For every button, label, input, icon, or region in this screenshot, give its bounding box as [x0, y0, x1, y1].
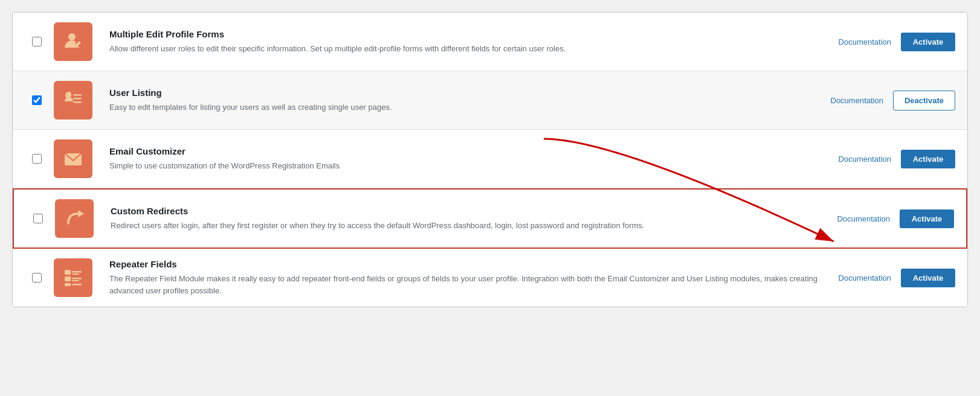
plugin-icon-user-listing	[54, 81, 92, 120]
svg-rect-7	[73, 101, 82, 103]
svg-rect-15	[72, 280, 79, 281]
svg-rect-5	[73, 94, 82, 96]
plugin-desc-custom-redirects: Redirect users after login, after they f…	[111, 220, 825, 232]
activate-button-repeater-fields[interactable]: Activate	[901, 269, 955, 287]
plugin-name-custom-redirects: Custom Redirects	[111, 206, 825, 216]
plugin-name-email-customizer: Email Customizer	[109, 146, 827, 156]
plugin-desc-user-listing: Easy to edit templates for listing your …	[109, 101, 819, 113]
info-col-2: User Listing Easy to edit templates for …	[97, 88, 831, 113]
svg-rect-14	[72, 278, 82, 279]
plugin-name-user-listing: User Listing	[109, 88, 819, 98]
doc-link-repeater-fields[interactable]: Documentation	[839, 273, 891, 283]
doc-link-email-customizer[interactable]: Documentation	[839, 155, 891, 164]
svg-rect-16	[65, 283, 71, 286]
doc-link-custom-redirects[interactable]: Documentation	[837, 214, 890, 223]
checkbox-user-listing[interactable]	[32, 95, 42, 105]
doc-link-multiple-edit[interactable]: Documentation	[839, 37, 891, 46]
icon-col-2	[49, 81, 97, 120]
plugin-desc-repeater-fields: The Repeater Field Module makes it reall…	[109, 273, 827, 296]
info-col-5: Repeater Fields The Repeater Field Modul…	[97, 259, 839, 296]
activate-button-multiple-edit[interactable]: Activate	[901, 33, 955, 51]
svg-rect-12	[72, 273, 79, 275]
svg-point-1	[68, 33, 76, 40]
plugin-name-multiple-edit: Multiple Edit Profile Forms	[109, 29, 827, 39]
activate-button-email-customizer[interactable]: Activate	[901, 150, 955, 168]
svg-rect-6	[73, 98, 82, 100]
checkbox-repeater-fields[interactable]	[32, 273, 42, 283]
checkbox-email-customizer[interactable]	[32, 154, 42, 164]
user-edit-icon	[62, 31, 84, 53]
deactivate-button-user-listing[interactable]: Deactivate	[893, 91, 955, 110]
actions-col-3: Documentation Activate	[839, 150, 955, 168]
actions-col-1: Documentation Activate	[839, 33, 955, 51]
plugin-icon-custom-redirects	[55, 199, 94, 238]
icon-col-5	[49, 258, 97, 297]
checkbox-custom-redirects[interactable]	[33, 214, 43, 223]
icon-col-4	[50, 199, 98, 238]
plugin-desc-multiple-edit: Allow different user roles to edit their…	[109, 43, 827, 55]
plugin-desc-email-customizer: Simple to use customization of the WordP…	[109, 160, 827, 172]
actions-col-2: Documentation Deactivate	[831, 91, 956, 110]
user-list-icon	[62, 89, 84, 111]
repeater-icon	[62, 267, 84, 289]
icon-col-1	[49, 22, 97, 61]
info-col-3: Email Customizer Simple to use customiza…	[97, 146, 839, 172]
icon-col-3	[49, 139, 97, 178]
checkbox-col-1	[25, 37, 49, 46]
info-col-1: Multiple Edit Profile Forms Allow differ…	[97, 29, 839, 55]
checkbox-col-3	[25, 154, 49, 164]
doc-link-user-listing[interactable]: Documentation	[831, 96, 883, 105]
envelope-icon	[62, 148, 84, 170]
checkbox-multiple-edit[interactable]	[32, 37, 42, 46]
checkbox-col-4	[26, 214, 50, 223]
plugin-row-custom-redirects: Custom Redirects Redirect users after lo…	[13, 188, 967, 249]
svg-rect-13	[65, 276, 71, 281]
plugin-name-repeater-fields: Repeater Fields	[109, 259, 827, 269]
svg-rect-17	[72, 284, 82, 286]
svg-point-4	[66, 92, 71, 97]
plugin-row-multiple-edit: Multiple Edit Profile Forms Allow differ…	[13, 13, 967, 71]
plugin-list: Multiple Edit Profile Forms Allow differ…	[12, 12, 968, 307]
redirect-icon	[63, 208, 85, 229]
plugin-icon-multiple-edit	[54, 22, 92, 61]
plugin-icon-repeater-fields	[54, 258, 92, 297]
svg-rect-11	[72, 271, 82, 273]
svg-rect-10	[65, 270, 71, 275]
plugin-row-user-listing: User Listing Easy to edit templates for …	[13, 71, 967, 130]
info-col-4: Custom Redirects Redirect users after lo…	[98, 206, 837, 232]
activate-button-custom-redirects[interactable]: Activate	[900, 209, 954, 228]
plugin-row-email-customizer: Email Customizer Simple to use customiza…	[13, 130, 967, 188]
actions-col-5: Documentation Activate	[839, 269, 955, 287]
actions-col-4: Documentation Activate	[837, 209, 954, 228]
plugin-row-repeater-fields: Repeater Fields The Repeater Field Modul…	[13, 249, 967, 307]
checkbox-col-5	[25, 273, 49, 283]
plugin-icon-email-customizer	[54, 139, 92, 178]
svg-marker-9	[78, 210, 84, 217]
checkbox-col-2	[25, 95, 49, 105]
